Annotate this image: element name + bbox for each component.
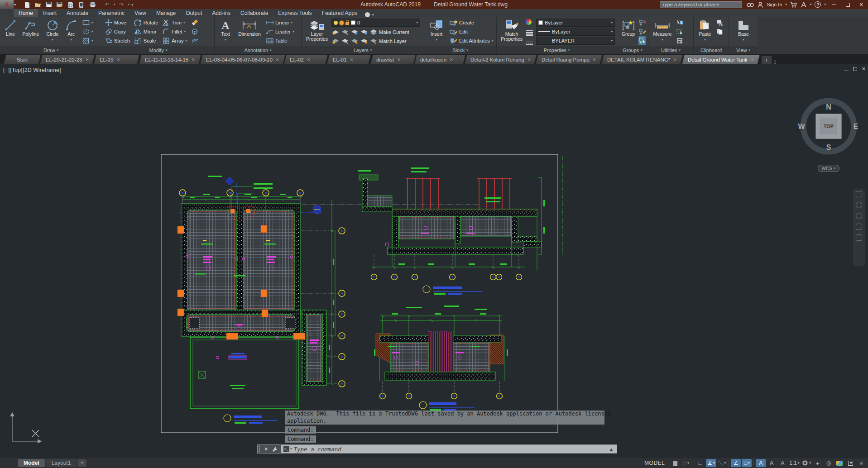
minimize-button[interactable] xyxy=(827,0,841,9)
array-button[interactable]: Array▾ xyxy=(162,36,187,45)
redo-button[interactable]: ↷ xyxy=(117,1,126,8)
tab-close-icon[interactable]: ✕ xyxy=(673,57,677,62)
open-file-icon[interactable] xyxy=(34,1,43,8)
doc-tab-detail-2-kolam-renang[interactable]: Detail-2 Kolam Renang✕ xyxy=(464,55,537,64)
doc-tab-el-03-04[interactable]: EL-03-04-05-06-07-08-09-10✕ xyxy=(200,55,285,64)
command-close-icon[interactable]: ✕ xyxy=(264,446,268,452)
panel-label-modify[interactable]: Modify▾ xyxy=(102,46,214,54)
ungroup-button[interactable] xyxy=(638,18,646,27)
command-bar[interactable]: ✕ >_ ▾ ▲ xyxy=(257,444,617,454)
tab-close-icon[interactable]: ✕ xyxy=(528,57,531,62)
undo-button[interactable]: ↶ xyxy=(103,1,112,8)
command-recent-caret-icon[interactable]: ▾ xyxy=(290,447,292,451)
linetype-icon[interactable] xyxy=(526,42,533,45)
polyline-button[interactable]: Polyline xyxy=(20,18,42,46)
cut-button[interactable] xyxy=(715,18,723,27)
zoom-icon[interactable] xyxy=(856,213,862,219)
redo-caret-icon[interactable]: ▾ xyxy=(128,3,130,6)
panel-label-groups[interactable]: Groups▾ xyxy=(617,46,648,54)
tab-manage[interactable]: Manage xyxy=(151,9,181,17)
make-current-button[interactable]: Make Current xyxy=(331,28,422,37)
edit-attributes-button[interactable]: Edit Attributes▾ xyxy=(450,36,493,45)
layer-properties-button[interactable]: Layer Properties xyxy=(304,18,330,46)
annotation-visibility-toggle[interactable]: A xyxy=(756,459,766,467)
trim-button[interactable]: Trim▾ xyxy=(162,18,187,27)
logo-caret-icon[interactable]: ▾ xyxy=(14,3,16,7)
save-icon[interactable] xyxy=(44,1,53,8)
object-snap-toggle[interactable]: □▾ xyxy=(742,459,752,467)
offset-button[interactable] xyxy=(191,36,198,45)
tab-close-icon[interactable]: ✕ xyxy=(593,57,596,62)
doc-tab-el-20-21-22-23[interactable]: EL-20-21-22-23✕ xyxy=(40,55,95,64)
command-grip[interactable] xyxy=(258,445,261,453)
pan-icon[interactable] xyxy=(856,202,862,208)
command-input[interactable] xyxy=(294,446,609,453)
copy-clip-button[interactable] xyxy=(715,27,723,36)
qat-customize-icon[interactable]: ▾ xyxy=(131,2,134,7)
leader-button[interactable]: Leader▾ xyxy=(266,27,294,36)
move-button[interactable]: Move xyxy=(105,18,130,27)
tab-view[interactable]: View xyxy=(129,9,151,17)
grid-toggle[interactable]: ▦ xyxy=(670,459,680,467)
insert-button[interactable]: Insert ▾ xyxy=(427,18,446,46)
group-button[interactable]: Group xyxy=(619,18,637,46)
viewport-view-control[interactable]: [Top] xyxy=(10,67,22,73)
group-edit-button[interactable] xyxy=(638,27,646,36)
panel-label-layers[interactable]: Layers▾ xyxy=(302,46,424,54)
match-properties-button[interactable]: Match Properties xyxy=(499,18,524,46)
user-icon[interactable] xyxy=(756,0,765,9)
tab-close-icon[interactable]: ✕ xyxy=(307,57,311,62)
tab-overflow-button[interactable]: ⌄⌄ xyxy=(773,59,777,64)
layout1-tab[interactable]: Layout1 xyxy=(46,459,77,467)
undo-caret-icon[interactable]: ▾ xyxy=(114,3,115,6)
tab-home[interactable]: Home xyxy=(14,9,38,17)
tab-close-icon[interactable]: ✕ xyxy=(450,57,453,62)
doc-tab-el-01[interactable]: EL-01✕ xyxy=(327,55,371,64)
rectangle-tool-button[interactable]: ▾ xyxy=(82,18,93,27)
search-binoculars-icon[interactable] xyxy=(745,0,756,9)
viewcube-north[interactable]: N xyxy=(826,103,831,111)
sign-in-button[interactable]: Sign In xyxy=(765,2,784,7)
paste-button[interactable]: Paste ▾ xyxy=(696,18,714,46)
ellipse-tool-button[interactable]: ▾ xyxy=(82,27,93,36)
command-customize-wrench-icon[interactable] xyxy=(272,446,278,452)
tab-collaborate[interactable]: Collaborate xyxy=(235,9,273,17)
crosshair-button[interactable]: + xyxy=(813,459,823,467)
clean-screen-button[interactable] xyxy=(845,459,855,467)
mobile-upload-icon[interactable] xyxy=(77,1,86,8)
tab-featured-apps[interactable]: Featured Apps xyxy=(317,9,362,17)
erase-button[interactable] xyxy=(191,18,198,27)
doc-tab-el-11-12-13-14-15[interactable]: EL-11-12-13-14-15✕ xyxy=(139,55,201,64)
snap-toggle[interactable]: ∷▾ xyxy=(681,459,691,467)
model-space-badge[interactable]: MODEL xyxy=(644,460,665,466)
close-button[interactable]: ✕ xyxy=(854,0,868,9)
object-snap-tracking-toggle[interactable]: ∠ xyxy=(731,459,741,467)
annotation-scale-value[interactable]: 1:1▾ xyxy=(788,459,800,467)
copy-button[interactable]: Copy xyxy=(105,27,130,36)
color-wheel-icon[interactable] xyxy=(526,19,532,25)
measure-button[interactable]: Measure ▾ xyxy=(651,18,674,46)
orbit-icon[interactable] xyxy=(856,224,862,230)
edit-block-button[interactable]: Edit xyxy=(450,27,493,36)
panel-label-view[interactable]: View▾ xyxy=(729,46,758,54)
panel-label-block[interactable]: Block▾ xyxy=(424,46,496,54)
doc-tab-detail-ruang-pompa[interactable]: Detail Ruang Pompa✕ xyxy=(536,55,603,64)
tab-close-icon[interactable]: ✕ xyxy=(350,57,354,62)
fillet-button[interactable]: Fillet▾ xyxy=(162,27,187,36)
tab-close-icon[interactable]: ✕ xyxy=(397,57,400,62)
tab-parametric[interactable]: Parametric xyxy=(93,9,129,17)
dimension-button[interactable]: Dimension xyxy=(235,18,264,46)
doc-tab-detail-ground-water-tank[interactable]: Detail Ground Water Tank✕ xyxy=(681,55,760,64)
ribbon-options[interactable]: ▾ xyxy=(365,12,375,17)
viewcube-south[interactable]: S xyxy=(826,143,831,151)
viewcube-west[interactable]: W xyxy=(798,123,805,130)
viewcube[interactable]: N S W E TOP xyxy=(797,92,860,160)
app-store-cart-icon[interactable] xyxy=(788,0,799,9)
tab-insert[interactable]: Insert xyxy=(38,9,62,17)
ortho-toggle[interactable]: ∟ xyxy=(695,459,705,467)
isodraft-toggle[interactable]: ⋱▾ xyxy=(717,459,727,467)
linear-button[interactable]: Linear▾ xyxy=(266,18,294,27)
tab-output[interactable]: Output xyxy=(181,9,207,17)
command-expand-icon[interactable]: ▲ xyxy=(609,447,614,452)
isolate-objects-button[interactable]: ◎ xyxy=(824,459,834,467)
